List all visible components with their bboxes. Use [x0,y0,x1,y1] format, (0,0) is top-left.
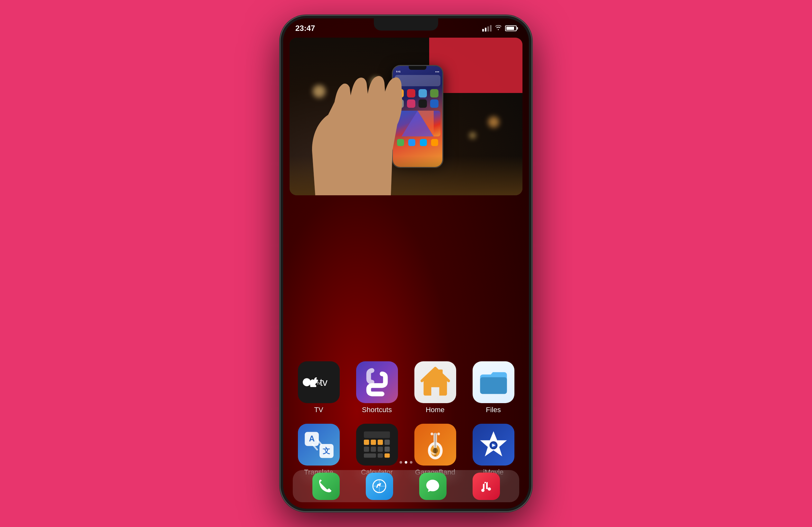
svg-rect-17 [385,447,390,452]
dock-app-music[interactable] [473,473,500,500]
dock-app-messages[interactable] [419,473,447,500]
bokeh-light-5 [488,116,499,128]
app-icon-tv[interactable]: tv tv [298,361,340,403]
app-item-tv[interactable]: tv tv [293,361,345,414]
app-icon-files[interactable] [473,361,514,403]
app-label-shortcuts: Shortcuts [362,406,392,414]
svg-rect-20 [385,454,390,458]
svg-rect-4 [438,369,443,376]
svg-rect-18 [364,454,376,458]
svg-point-28 [431,433,433,435]
app-item-garageband[interactable]: GarageBand [409,424,461,477]
svg-rect-19 [378,454,383,458]
svg-rect-12 [378,440,383,445]
app-icon-garageband[interactable] [415,424,456,466]
dock [293,470,519,502]
app-item-home[interactable]: Home [409,361,461,414]
page-dots [400,461,412,464]
svg-text:文: 文 [323,447,330,455]
svg-rect-13 [385,440,390,445]
page-dot-3 [410,461,412,464]
svg-text:A: A [309,434,315,443]
status-bar: 23:47 [283,18,529,36]
wifi-icon [495,25,502,32]
phone-container: 23:47 [274,9,538,518]
app-item-files[interactable]: Files [467,361,519,414]
phone-screen: 23:47 [283,18,529,509]
app-icon-home[interactable] [415,361,456,403]
page-dot-1 [400,461,402,464]
app-item-imovie[interactable]: iMovie [467,424,519,477]
svg-rect-9 [364,431,390,438]
phone-frame: 23:47 [280,16,532,511]
app-icon-translate[interactable]: A 文 [298,424,340,466]
dock-app-phone[interactable] [313,473,340,500]
app-icon-imovie[interactable] [473,424,514,466]
app-label-tv: TV [314,406,323,414]
svg-point-29 [437,433,440,435]
svg-rect-16 [378,447,383,452]
page-dot-2 [405,461,407,464]
app-label-files: Files [486,406,501,414]
app-label-home: Home [426,406,445,414]
app-item-shortcuts[interactable]: Shortcuts [351,361,403,414]
app-item-calculator[interactable]: Calculator [351,424,403,477]
app-grid: tv tv [290,361,522,477]
signal-bars-icon [482,25,492,31]
svg-rect-11 [371,440,376,445]
app-item-translate[interactable]: A 文 Translate [293,424,345,477]
dock-app-safari[interactable] [366,473,393,500]
svg-rect-15 [371,447,376,452]
battery-icon [505,26,517,31]
video-background: 9:41 ●●● [290,38,522,195]
svg-rect-10 [364,440,369,445]
svg-rect-14 [364,447,369,452]
app-icon-calculator[interactable] [356,424,398,466]
status-time: 23:47 [295,22,315,33]
app-icon-shortcuts[interactable] [356,361,398,403]
video-widget[interactable]: 9:41 ●●● [290,38,522,195]
status-icons [482,23,517,32]
hand-area [290,38,425,195]
